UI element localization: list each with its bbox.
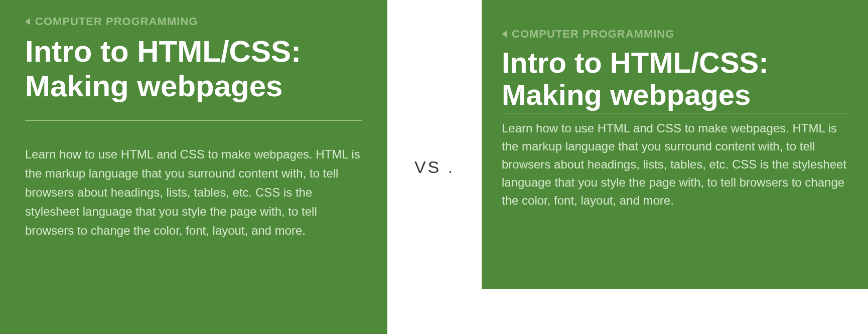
comparison-panel-right: COMPUTER PROGRAMMING Intro to HTML/CSS: … — [482, 0, 868, 289]
versus-separator: VS . — [387, 0, 482, 334]
back-arrow-icon — [502, 31, 507, 38]
divider — [25, 120, 362, 121]
versus-label: VS . — [414, 157, 455, 177]
course-description: Learn how to use HTML and CSS to make we… — [25, 145, 362, 240]
divider — [502, 113, 848, 113]
breadcrumb[interactable]: COMPUTER PROGRAMMING — [502, 28, 848, 41]
course-title-line1: Intro to HTML/CSS: — [502, 46, 769, 79]
comparison-panel-left: COMPUTER PROGRAMMING Intro to HTML/CSS: … — [0, 0, 387, 334]
breadcrumb[interactable]: COMPUTER PROGRAMMING — [25, 15, 362, 28]
course-description: Learn how to use HTML and CSS to make we… — [502, 119, 848, 210]
course-title-line2: Making webpages — [25, 69, 282, 103]
breadcrumb-label: COMPUTER PROGRAMMING — [512, 28, 674, 41]
course-title: Intro to HTML/CSS: Making webpages — [25, 34, 362, 103]
course-title-line1: Intro to HTML/CSS: — [25, 35, 301, 68]
back-arrow-icon — [25, 18, 30, 25]
course-title-line2: Making webpages — [502, 78, 751, 111]
course-title: Intro to HTML/CSS: Making webpages — [502, 47, 848, 111]
breadcrumb-label: COMPUTER PROGRAMMING — [35, 15, 198, 28]
